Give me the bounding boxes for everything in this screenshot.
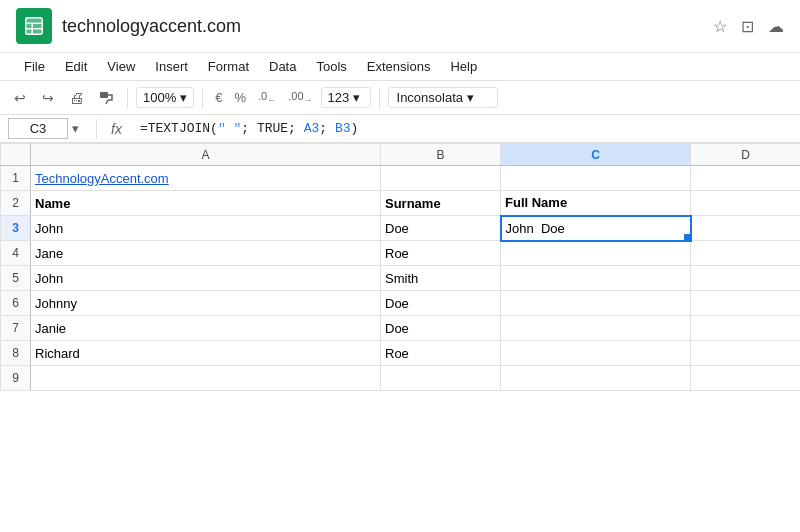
decimal-more-button[interactable]: .00→: [284, 88, 316, 107]
row-num-1: 1: [1, 166, 31, 191]
cell-d5[interactable]: [691, 266, 801, 291]
cell-c6[interactable]: [501, 291, 691, 316]
font-name: Inconsolata: [397, 90, 464, 105]
print-button[interactable]: 🖨: [64, 85, 89, 110]
menu-help[interactable]: Help: [442, 55, 485, 78]
cell-d9[interactable]: [691, 366, 801, 391]
cell-b1[interactable]: [381, 166, 501, 191]
cell-c3[interactable]: John Doe: [501, 216, 691, 241]
col-header-b[interactable]: B: [381, 144, 501, 166]
cell-c1[interactable]: [501, 166, 691, 191]
format-paint-button[interactable]: [93, 86, 119, 110]
toolbar-sep-3: [379, 88, 380, 108]
cell-a1[interactable]: TechnologyAccent.com: [31, 166, 381, 191]
title-bar: technologyaccent.com ☆ ⊡ ☁: [0, 0, 800, 53]
corner-header: [1, 144, 31, 166]
cell-a2[interactable]: Name: [31, 191, 381, 216]
cell-d7[interactable]: [691, 316, 801, 341]
cell-d8[interactable]: [691, 341, 801, 366]
row-num-3: 3: [1, 216, 31, 241]
cell-c8[interactable]: [501, 341, 691, 366]
decimal-less-button[interactable]: .0←: [254, 88, 280, 107]
percent-button[interactable]: %: [230, 88, 250, 107]
share-drive-icon[interactable]: ⊡: [741, 17, 754, 36]
table-row-active: 3 John Doe John Doe: [1, 216, 801, 241]
bookmark-icon[interactable]: ☆: [713, 17, 727, 36]
cell-a8[interactable]: Richard: [31, 341, 381, 366]
cell-reference-area: C3 ▾: [8, 118, 88, 139]
cell-d2[interactable]: [691, 191, 801, 216]
cell-d1[interactable]: [691, 166, 801, 191]
font-selector[interactable]: Inconsolata ▾: [388, 87, 498, 108]
cell-d6[interactable]: [691, 291, 801, 316]
font-arrow: ▾: [467, 90, 474, 105]
col-header-c[interactable]: C: [501, 144, 691, 166]
row-num-6: 6: [1, 291, 31, 316]
col-header-a[interactable]: A: [31, 144, 381, 166]
column-header-row: A B C D: [1, 144, 801, 166]
cell-b8[interactable]: Roe: [381, 341, 501, 366]
table-row: 2 Name Surname Full Name: [1, 191, 801, 216]
col-header-d[interactable]: D: [691, 144, 801, 166]
cell-c9[interactable]: [501, 366, 691, 391]
document-title: technologyaccent.com: [62, 16, 703, 37]
redo-button[interactable]: ↪: [36, 86, 60, 110]
cell-b3[interactable]: Doe: [381, 216, 501, 241]
menu-file[interactable]: File: [16, 55, 53, 78]
toolbar: ↩ ↪ 🖨 100% ▾ € % .0← .00→ 123 ▾ Inconsol…: [0, 81, 800, 115]
zoom-value: 100%: [143, 90, 176, 105]
cell-d4[interactable]: [691, 241, 801, 266]
menu-tools[interactable]: Tools: [308, 55, 354, 78]
toolbar-sep-1: [127, 88, 128, 108]
formula-bar-sep: [96, 119, 97, 139]
cell-c7[interactable]: [501, 316, 691, 341]
menu-insert[interactable]: Insert: [147, 55, 196, 78]
svg-rect-0: [26, 18, 43, 35]
cell-b5[interactable]: Smith: [381, 266, 501, 291]
cell-b4[interactable]: Roe: [381, 241, 501, 266]
row-num-7: 7: [1, 316, 31, 341]
table-row: 6 Johnny Doe: [1, 291, 801, 316]
table-row: 9: [1, 366, 801, 391]
number-format-selector[interactable]: 123 ▾: [321, 87, 371, 108]
menu-data[interactable]: Data: [261, 55, 304, 78]
fx-label: fx: [105, 121, 128, 137]
cell-b7[interactable]: Doe: [381, 316, 501, 341]
menu-edit[interactable]: Edit: [57, 55, 95, 78]
cell-b9[interactable]: [381, 366, 501, 391]
menu-extensions[interactable]: Extensions: [359, 55, 439, 78]
spreadsheet: A B C D 1 TechnologyAccent.com 2 Name Su…: [0, 143, 800, 391]
row-num-5: 5: [1, 266, 31, 291]
zoom-selector[interactable]: 100% ▾: [136, 87, 194, 108]
table-row: 8 Richard Roe: [1, 341, 801, 366]
table-row: 4 Jane Roe: [1, 241, 801, 266]
cell-a6[interactable]: Johnny: [31, 291, 381, 316]
formula-input[interactable]: =TEXTJOIN(" "; TRUE; A3; B3): [136, 119, 792, 138]
cell-ref-dropdown[interactable]: ▾: [72, 121, 79, 136]
cell-a5[interactable]: John: [31, 266, 381, 291]
cell-d3[interactable]: [691, 216, 801, 241]
cell-a9[interactable]: [31, 366, 381, 391]
cell-a4[interactable]: Jane: [31, 241, 381, 266]
formula-bar: C3 ▾ fx =TEXTJOIN(" "; TRUE; A3; B3): [0, 115, 800, 143]
cell-ref-box[interactable]: C3: [8, 118, 68, 139]
menu-format[interactable]: Format: [200, 55, 257, 78]
cell-c5[interactable]: [501, 266, 691, 291]
cell-a7[interactable]: Janie: [31, 316, 381, 341]
table-row: 5 John Smith: [1, 266, 801, 291]
currency-button[interactable]: €: [211, 88, 226, 107]
cell-a3[interactable]: John: [31, 216, 381, 241]
cell-c4[interactable]: [501, 241, 691, 266]
menu-view[interactable]: View: [99, 55, 143, 78]
spreadsheet-table: A B C D 1 TechnologyAccent.com 2 Name Su…: [0, 143, 800, 391]
cell-b2[interactable]: Surname: [381, 191, 501, 216]
row-num-2: 2: [1, 191, 31, 216]
toolbar-sep-2: [202, 88, 203, 108]
undo-button[interactable]: ↩: [8, 86, 32, 110]
cloud-icon[interactable]: ☁: [768, 17, 784, 36]
cell-c2[interactable]: Full Name: [501, 191, 691, 216]
cell-b6[interactable]: Doe: [381, 291, 501, 316]
table-row: 1 TechnologyAccent.com: [1, 166, 801, 191]
row-num-9: 9: [1, 366, 31, 391]
zoom-arrow: ▾: [180, 90, 187, 105]
